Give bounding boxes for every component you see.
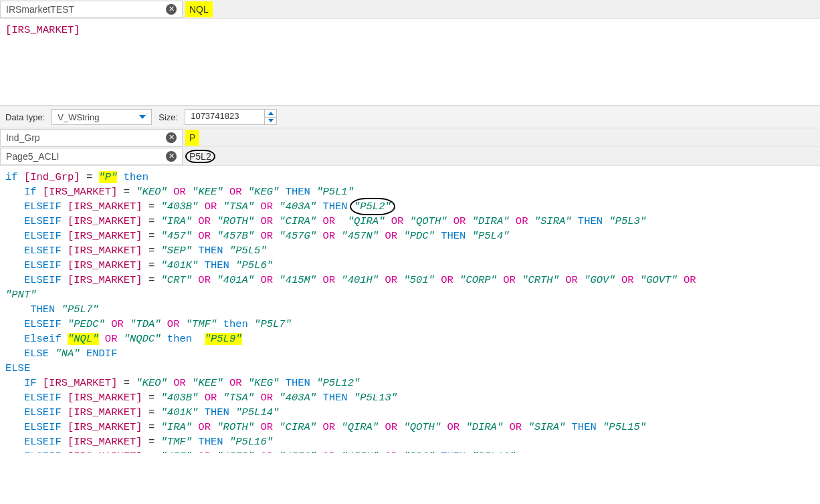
spinner-up-button[interactable] (265, 110, 276, 117)
close-icon[interactable] (166, 151, 177, 162)
close-icon[interactable] (166, 132, 177, 143)
field-name-input[interactable]: Page5_ACLI (0, 148, 183, 165)
spinner-down-button[interactable] (265, 117, 276, 125)
circle-annotation: "P5L2" (354, 199, 391, 214)
code-editor-2[interactable]: if [Ind_Grp] = "P" then If [IRS_MARKET] … (0, 166, 820, 453)
circle-annotation: P5L2 (189, 151, 211, 162)
field-row-indgrp: Ind_Grp P (0, 128, 820, 147)
code-token: [IRS_MARKET] (5, 24, 80, 36)
field-row-irsmarkettest: IRSmarketTEST NQL (0, 0, 820, 19)
datatype-dropdown[interactable]: V_WString (52, 109, 152, 125)
size-input[interactable]: 1073741823 (185, 109, 265, 125)
field-name-text: Ind_Grp (6, 132, 40, 143)
caret-down-icon (268, 119, 274, 122)
chevron-down-icon (139, 115, 146, 119)
datatype-value: V_WString (58, 112, 99, 122)
datatype-label: Data type: (5, 112, 45, 122)
caret-up-icon (268, 112, 274, 115)
size-input-wrapper: 1073741823 (185, 109, 277, 125)
field-name-text: Page5_ACLI (6, 151, 59, 162)
code-editor-1[interactable]: [IRS_MARKET] (0, 19, 820, 106)
field-name-input[interactable]: IRSmarketTEST (0, 1, 183, 18)
field-value: P (185, 130, 199, 146)
field-name-input[interactable]: Ind_Grp (0, 129, 183, 146)
field-value: P5L2 (185, 148, 215, 164)
size-spinner (265, 109, 277, 125)
field-row-page5acli: Page5_ACLI P5L2 (0, 147, 820, 166)
size-label: Size: (159, 112, 178, 122)
field-value: NQL (185, 1, 213, 17)
field-name-text: IRSmarketTEST (6, 4, 74, 15)
datatype-controls: Data type: V_WString Size: 1073741823 (0, 106, 820, 128)
close-icon[interactable] (166, 4, 177, 15)
